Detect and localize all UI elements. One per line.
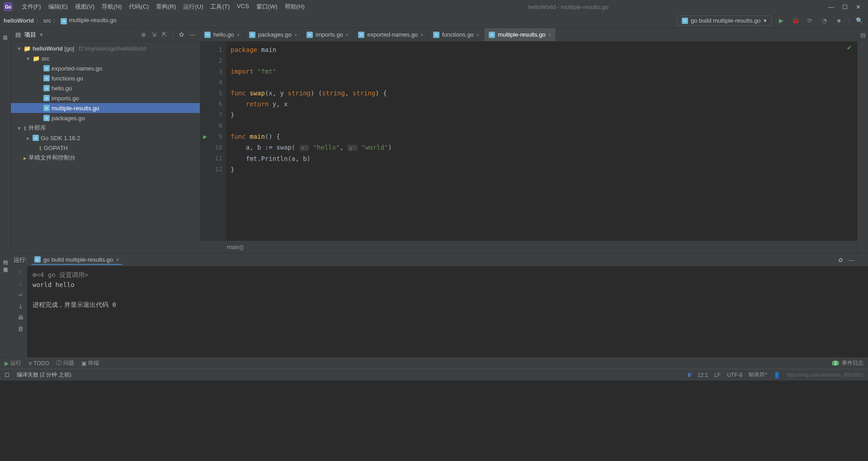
database-tool-icon[interactable]: ▤ <box>860 32 866 38</box>
menu-item[interactable]: VCS <box>233 3 253 11</box>
tree-row[interactable]: Gfunctions.go <box>11 73 200 83</box>
close-icon[interactable]: × <box>346 32 349 38</box>
event-log-tab[interactable]: 事件日志 <box>842 359 863 367</box>
tree-row[interactable]: ▸GGo SDK 1.16.2 <box>11 133 200 143</box>
menu-item[interactable]: 视图(V) <box>71 3 98 11</box>
editor-body[interactable]: 12345678▶9101112 package main import "fm… <box>200 42 857 240</box>
editor-tab[interactable]: Gmultiple-results.go× <box>484 28 556 41</box>
tree-row[interactable]: ▾📁src <box>11 53 200 63</box>
go-file-icon: G <box>43 115 50 121</box>
menu-item[interactable]: 导航(N) <box>98 3 125 11</box>
run-tool-tab[interactable]: ▶运行 <box>5 359 21 367</box>
menu-item[interactable]: 代码(C) <box>125 3 152 11</box>
debug-button[interactable]: 🐞 <box>791 16 801 26</box>
chevron-down-icon[interactable]: ▾ <box>40 31 43 38</box>
run-config-selector[interactable]: G go build multiple-results.go ▾ <box>677 15 772 26</box>
breadcrumb: helloWorld〉src〉Gmultiple-results.go <box>4 17 677 25</box>
collapse-icon[interactable]: ⇱ <box>162 31 167 38</box>
menu-item[interactable]: 窗口(W) <box>253 3 281 11</box>
editor-tab[interactable]: Gfunctions.go× <box>429 28 485 41</box>
go-file-icon: G <box>204 32 211 38</box>
tree-row[interactable]: Gexported-names.go <box>11 63 200 73</box>
close-icon[interactable]: × <box>420 32 423 38</box>
close-icon[interactable]: × <box>237 32 240 38</box>
breadcrumb-item[interactable]: src <box>43 17 51 24</box>
titlebar: Go 文件(F)编辑(E)视图(V)导航(N)代码(C)重构(R)运行(U)工具… <box>0 0 868 14</box>
hide-icon[interactable]: — <box>849 257 854 263</box>
up-icon[interactable]: ↑ <box>19 269 22 276</box>
status-bar: ☐ 编译失败 (2 分钟 之前) V 12:1 LF UTF-8 制表符* 👤 … <box>0 369 868 381</box>
locate-icon[interactable]: ⊕ <box>141 31 146 38</box>
tree-row[interactable]: Gmultiple-results.go <box>11 103 200 113</box>
editor-area: Ghello.go×Gpackages.go×Gimports.go×Gexpo… <box>200 28 857 253</box>
run-panel-label: 运行: <box>14 256 27 264</box>
run-tab[interactable]: G go build multiple-results.go × <box>32 255 122 265</box>
inspection-icon[interactable]: 👤 <box>774 372 780 378</box>
go-file-icon: G <box>43 105 50 111</box>
close-icon[interactable]: × <box>476 32 479 38</box>
tree-row[interactable]: ▾⫿外部库 <box>11 123 200 133</box>
minimize-icon[interactable]: — <box>828 4 834 10</box>
code-area[interactable]: package main import "fmt" func swap(x, y… <box>226 42 857 240</box>
problems-tool-tab[interactable]: ⓘ问题 <box>56 359 74 367</box>
search-button[interactable]: 🔍 <box>854 16 864 26</box>
hide-icon[interactable]: — <box>189 31 195 38</box>
go-file-icon: G <box>307 32 313 38</box>
tree-row[interactable]: Gpackages.go <box>11 113 200 123</box>
editor-tab[interactable]: Gexported-names.go× <box>354 28 428 41</box>
run-button[interactable]: ▶ <box>776 16 786 26</box>
tree-row[interactable]: ⫿GOPATH <box>11 143 200 153</box>
close-icon[interactable]: × <box>294 32 297 38</box>
editor-tab[interactable]: Ghello.go× <box>200 28 245 41</box>
chevron-down-icon: ▾ <box>764 17 767 24</box>
go-file-icon: G <box>682 18 688 24</box>
close-icon[interactable]: × <box>116 256 119 263</box>
window-title: helloWorld - multiple-results.go <box>308 4 828 10</box>
watermark: https://blog.csdn.net/weixin_38510812 <box>787 372 863 377</box>
menu-item[interactable]: 文件(F) <box>18 3 45 11</box>
coverage-button[interactable]: ⟳ <box>805 16 815 26</box>
editor-tabs: Ghello.go×Gpackages.go×Gimports.go×Gexpo… <box>200 28 857 42</box>
go-file-icon: G <box>43 85 50 91</box>
tree-row[interactable]: ▸草稿文件和控制台 <box>11 153 200 163</box>
inspection-ok-icon: ✔ <box>847 44 852 51</box>
down-icon[interactable]: ↓ <box>19 280 22 287</box>
tree-row[interactable]: ▾📁helloWorld [go]D:\mynotes\go\helloWorl… <box>11 43 200 53</box>
trash-icon[interactable]: 🗑 <box>18 325 24 332</box>
line-separator[interactable]: LF <box>714 372 721 378</box>
go-file-icon: G <box>34 256 41 263</box>
indent-status[interactable]: 制表符* <box>749 371 767 379</box>
encoding[interactable]: UTF-8 <box>727 372 742 378</box>
todo-tool-tab[interactable]: ≡TODO <box>28 360 49 367</box>
menu-item[interactable]: 帮助(H) <box>281 3 308 11</box>
editor-breadcrumb: main() <box>200 240 857 253</box>
soft-wrap-icon[interactable]: ⤶ <box>18 292 23 298</box>
menu-item[interactable]: 工具(T) <box>207 3 233 11</box>
terminal-tool-tab[interactable]: ▣终端 <box>81 359 99 367</box>
menu-item[interactable]: 重构(R) <box>152 3 179 11</box>
editor-tab[interactable]: Gimports.go× <box>302 28 354 41</box>
tree-row[interactable]: Gimports.go <box>11 93 200 103</box>
close-icon[interactable]: × <box>548 32 551 38</box>
settings-icon[interactable]: ✿ <box>179 31 184 38</box>
expand-icon[interactable]: ⇲ <box>151 31 156 38</box>
breadcrumb-item[interactable]: helloWorld <box>4 17 34 24</box>
stop-button[interactable]: ■ <box>834 16 844 26</box>
app-logo: Go <box>4 2 13 11</box>
breadcrumb-item[interactable]: Gmultiple-results.go <box>61 17 117 24</box>
close-icon[interactable]: ✕ <box>856 4 861 10</box>
settings-icon[interactable]: ✿ <box>838 257 843 263</box>
tree-row[interactable]: Ghello.go <box>11 83 200 93</box>
menu-item[interactable]: 编辑(E) <box>45 3 71 11</box>
print-icon[interactable]: 🖶 <box>18 314 24 321</box>
scroll-end-icon[interactable]: ⤓ <box>18 303 23 310</box>
profile-button[interactable]: ◔ <box>820 16 830 26</box>
editor-tab[interactable]: Gpackages.go× <box>245 28 302 41</box>
run-toolbar-secondary: ↑ ↓ ⤶ ⤓ 🖶 🗑 <box>14 266 27 357</box>
run-output[interactable]: ⊞<4 go 设置调用> world hello 进程完成，并显示退出代码 0 <box>27 266 868 357</box>
maximize-icon[interactable]: ☐ <box>842 4 848 10</box>
menu-item[interactable]: 运行(U) <box>179 3 207 11</box>
project-tree[interactable]: ▾📁helloWorld [go]D:\mynotes\go\helloWorl… <box>11 42 200 253</box>
go-file-icon: G <box>43 65 50 71</box>
window-icon[interactable]: ☐ <box>5 372 9 378</box>
